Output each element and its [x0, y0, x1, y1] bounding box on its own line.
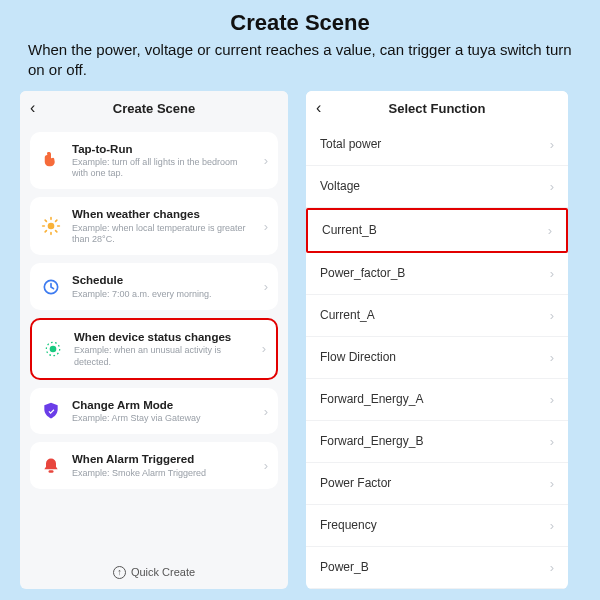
- card-subtitle: Example: when local temperature is great…: [72, 223, 254, 246]
- chevron-right-icon: ›: [550, 518, 554, 533]
- function-label: Frequency: [320, 518, 377, 532]
- function-row-forward-energy-a[interactable]: Forward_Energy_A ›: [306, 379, 568, 421]
- card-title: Change Arm Mode: [72, 398, 254, 412]
- function-label: Current_B: [322, 223, 377, 237]
- quick-create-label: Quick Create: [131, 566, 195, 578]
- plus-circle-icon: ↑: [113, 566, 126, 579]
- chevron-right-icon: ›: [264, 279, 268, 294]
- function-label: Flow Direction: [320, 350, 396, 364]
- quick-create-button[interactable]: ↑ Quick Create: [30, 556, 278, 589]
- card-subtitle: Example: turn off all lights in the bedr…: [72, 157, 254, 180]
- chevron-right-icon: ›: [264, 153, 268, 168]
- function-row-power-b[interactable]: Power_B ›: [306, 547, 568, 589]
- chevron-right-icon: ›: [264, 219, 268, 234]
- card-title: When Alarm Triggered: [72, 452, 254, 466]
- function-label: Forward_Energy_A: [320, 392, 423, 406]
- card-subtitle: Example: when an unusual activity is det…: [74, 345, 252, 368]
- card-weather-changes[interactable]: When weather changes Example: when local…: [30, 197, 278, 255]
- card-title: When device status changes: [74, 330, 252, 344]
- chevron-right-icon: ›: [264, 458, 268, 473]
- card-title: When weather changes: [72, 207, 254, 221]
- svg-rect-12: [49, 470, 54, 473]
- page-title: Create Scene: [28, 10, 572, 36]
- function-label: Power_B: [320, 560, 369, 574]
- chevron-right-icon: ›: [550, 350, 554, 365]
- svg-line-7: [45, 231, 46, 232]
- clock-icon: [40, 276, 62, 298]
- function-label: Forward_Energy_B: [320, 434, 423, 448]
- function-row-forward-energy-b[interactable]: Forward_Energy_B ›: [306, 421, 568, 463]
- card-subtitle: Example: Arm Stay via Gateway: [72, 413, 254, 424]
- chevron-right-icon: ›: [550, 266, 554, 281]
- function-row-power-factor[interactable]: Power Factor ›: [306, 463, 568, 505]
- chevron-right-icon: ›: [550, 179, 554, 194]
- function-row-current-a[interactable]: Current_A ›: [306, 295, 568, 337]
- screen-header: ‹ Select Function: [306, 91, 568, 124]
- scene-card-list: Tap-to-Run Example: turn off all lights …: [20, 124, 288, 589]
- sun-icon: [40, 215, 62, 237]
- card-device-status-changes[interactable]: When device status changes Example: when…: [30, 318, 278, 380]
- alarm-icon: [40, 455, 62, 477]
- function-label: Total power: [320, 137, 381, 151]
- page-subtitle: When the power, voltage or current reach…: [28, 40, 572, 81]
- back-icon[interactable]: ‹: [30, 100, 35, 116]
- chevron-right-icon: ›: [550, 560, 554, 575]
- device-status-icon: [42, 338, 64, 360]
- svg-point-0: [48, 223, 55, 230]
- card-change-arm-mode[interactable]: Change Arm Mode Example: Arm Stay via Ga…: [30, 388, 278, 435]
- function-label: Current_A: [320, 308, 375, 322]
- chevron-right-icon: ›: [550, 476, 554, 491]
- function-label: Power_factor_B: [320, 266, 405, 280]
- chevron-right-icon: ›: [550, 308, 554, 323]
- select-function-screen: ‹ Select Function Total power › Voltage …: [306, 91, 568, 589]
- card-title: Tap-to-Run: [72, 142, 254, 156]
- card-title: Schedule: [72, 273, 254, 287]
- function-label: Power Factor: [320, 476, 391, 490]
- svg-line-8: [56, 220, 57, 221]
- screen-title: Select Function: [318, 101, 556, 116]
- card-subtitle: Example: 7:00 a.m. every morning.: [72, 289, 254, 300]
- function-row-flow-direction[interactable]: Flow Direction ›: [306, 337, 568, 379]
- card-alarm-triggered[interactable]: When Alarm Triggered Example: Smoke Alar…: [30, 442, 278, 489]
- chevron-right-icon: ›: [262, 341, 266, 356]
- function-row-current-b[interactable]: Current_B ›: [306, 208, 568, 253]
- chevron-right-icon: ›: [548, 223, 552, 238]
- svg-line-6: [56, 231, 57, 232]
- chevron-right-icon: ›: [550, 434, 554, 449]
- function-label: Voltage: [320, 179, 360, 193]
- card-schedule[interactable]: Schedule Example: 7:00 a.m. every mornin…: [30, 263, 278, 310]
- tap-icon: [40, 149, 62, 171]
- card-tap-to-run[interactable]: Tap-to-Run Example: turn off all lights …: [30, 132, 278, 190]
- function-row-frequency[interactable]: Frequency ›: [306, 505, 568, 547]
- svg-line-5: [45, 220, 46, 221]
- function-row-voltage[interactable]: Voltage ›: [306, 166, 568, 208]
- function-list: Total power › Voltage › Current_B › Powe…: [306, 124, 568, 589]
- svg-point-10: [50, 345, 57, 352]
- create-scene-screen: ‹ Create Scene Tap-to-Run Example: turn …: [20, 91, 288, 589]
- screen-header: ‹ Create Scene: [20, 91, 288, 124]
- function-row-total-power[interactable]: Total power ›: [306, 124, 568, 166]
- card-subtitle: Example: Smoke Alarm Triggered: [72, 468, 254, 479]
- screen-title: Create Scene: [32, 101, 276, 116]
- shield-icon: [40, 400, 62, 422]
- function-row-power-factor-b[interactable]: Power_factor_B ›: [306, 253, 568, 295]
- chevron-right-icon: ›: [550, 137, 554, 152]
- back-icon[interactable]: ‹: [316, 100, 321, 116]
- chevron-right-icon: ›: [264, 404, 268, 419]
- chevron-right-icon: ›: [550, 392, 554, 407]
